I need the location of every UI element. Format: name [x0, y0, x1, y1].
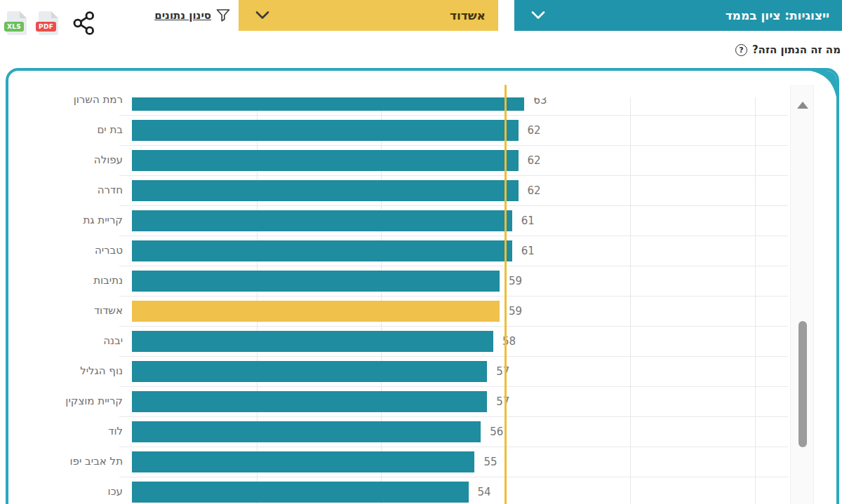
- row-separator: [119, 115, 788, 116]
- bar-label: עפולה: [22, 154, 123, 166]
- bar-chart-plot: רמת השרון63בת ים62עפולה62חדרה62קריית גת6…: [8, 97, 788, 504]
- export-pdf-button[interactable]: PDF: [39, 11, 58, 35]
- bar-label: אשדוד: [22, 304, 123, 317]
- bar[interactable]: [132, 482, 469, 503]
- file-fold-icon: [51, 11, 58, 18]
- bar[interactable]: [132, 391, 487, 412]
- vertical-gridline: [630, 97, 631, 504]
- bar[interactable]: [132, 210, 512, 231]
- scroll-up-arrow-icon[interactable]: [797, 102, 808, 109]
- share-icon: [72, 11, 96, 36]
- bar[interactable]: [132, 240, 512, 261]
- xls-badge: XLS: [4, 22, 24, 32]
- bar[interactable]: [132, 331, 493, 352]
- filter-data-link[interactable]: סינון נתונים: [140, 7, 230, 24]
- bar[interactable]: [132, 97, 524, 111]
- chart-scrollbar[interactable]: [790, 85, 814, 504]
- bar-value: 57: [496, 365, 509, 378]
- bar-label: עכו: [22, 485, 123, 498]
- bar[interactable]: [132, 451, 474, 472]
- bar-label: תל אביב יפו: [22, 455, 123, 468]
- reference-line: [504, 85, 507, 504]
- bar-label: רמת השרון: [22, 97, 123, 106]
- row-separator: [119, 175, 788, 176]
- bar-label: לוד: [22, 425, 123, 437]
- bar[interactable]: [132, 180, 519, 201]
- filter-label: סינון נתונים: [154, 9, 211, 22]
- bar-label: יבנה: [22, 334, 123, 347]
- page: XLS PDF סינון נתונים אשדוד: [0, 0, 842, 504]
- bar[interactable]: [132, 150, 519, 171]
- row-separator: [119, 356, 788, 357]
- bar-value: 57: [496, 395, 509, 408]
- row-separator: [119, 416, 788, 417]
- bar-value: 61: [521, 245, 535, 257]
- bar-value: 59: [509, 305, 522, 318]
- bar-value: 63: [533, 97, 547, 107]
- bar-label: קריית מוצקין: [22, 395, 123, 407]
- bar-value: 62: [528, 184, 541, 197]
- row-separator: [119, 236, 788, 236]
- bar[interactable]: [132, 361, 487, 382]
- export-xls-button[interactable]: XLS: [7, 11, 27, 35]
- what-is-this-data-link[interactable]: מה זה הנתון הזה? ?: [735, 42, 841, 57]
- bar[interactable]: [132, 271, 500, 292]
- vertical-gridline: [755, 97, 756, 504]
- help-text: מה זה הנתון הזה?: [752, 43, 841, 56]
- chevron-down-icon: [531, 11, 545, 20]
- bar-label: חדרה: [22, 184, 123, 196]
- row-separator: [119, 477, 788, 477]
- row-separator: [119, 266, 788, 266]
- bar-highlighted[interactable]: [132, 301, 500, 322]
- bar-label: נתיבות: [22, 274, 123, 287]
- metric-select[interactable]: ייצוגיות: ציון בממד: [514, 0, 842, 31]
- row-separator: [119, 447, 788, 447]
- metric-select-value: ייצוגיות: ציון בממד: [726, 0, 829, 31]
- row-separator: [119, 326, 788, 327]
- city-select[interactable]: אשדוד: [239, 0, 498, 31]
- chart-card: רמת השרון63בת ים62עפולה62חדרה62קריית גת6…: [6, 68, 839, 504]
- share-button[interactable]: [72, 11, 96, 36]
- bar[interactable]: [132, 120, 519, 141]
- bar-value: 55: [483, 456, 497, 468]
- scrollbar-thumb[interactable]: [798, 321, 807, 447]
- bar[interactable]: [132, 421, 481, 442]
- row-separator: [119, 386, 788, 387]
- file-fold-icon: [20, 11, 27, 18]
- city-select-value: אשדוד: [450, 0, 486, 31]
- bar-value: 56: [490, 425, 503, 438]
- bar-label: בת ים: [22, 123, 123, 136]
- bar-value: 54: [478, 486, 491, 498]
- chevron-down-icon: [255, 11, 269, 20]
- bar-value: 62: [528, 124, 541, 137]
- bar-value: 59: [509, 275, 522, 287]
- row-separator: [119, 296, 788, 297]
- bar-label: קריית גת: [22, 214, 123, 226]
- question-circle-icon: ?: [735, 44, 747, 56]
- funnel-icon: [216, 8, 230, 22]
- row-separator: [119, 205, 788, 206]
- bar-label: נוף הגליל: [22, 365, 123, 377]
- bar-value: 61: [521, 214, 535, 227]
- pdf-badge: PDF: [36, 22, 56, 32]
- bar-value: 62: [528, 154, 541, 167]
- row-separator: [119, 145, 788, 146]
- bar-label: טבריה: [22, 244, 123, 257]
